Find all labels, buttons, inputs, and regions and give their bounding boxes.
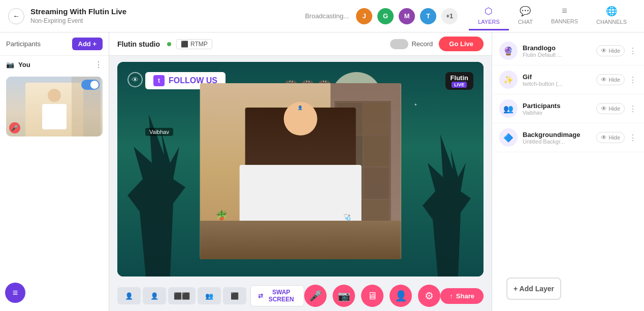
share-label: Share — [456, 292, 474, 300]
rtmp-badge: ⬛ RTMP — [176, 39, 212, 49]
broadcasting-section: Broadcasting... J G M T +1 — [305, 7, 459, 25]
main-content: Participants Add + 📷 You ⋮ — [0, 32, 644, 311]
studio-header: Flutin studio ⬛ RTMP Record Go Live — [109, 32, 492, 56]
more-btn-brandlogo[interactable]: ⋮ — [629, 46, 637, 56]
share-button[interactable]: ↑ Share — [440, 288, 484, 304]
more-btn-participants[interactable]: ⋮ — [629, 104, 637, 114]
tab-layers[interactable]: ⬡ LAYERS — [469, 2, 509, 30]
layer-sub-brandlogo: Flutin Default ... — [523, 52, 591, 58]
record-switch[interactable] — [390, 39, 408, 49]
top-tabs: ⬡ LAYERS 💬 CHAT ≡ BANNERS 🌐 CHANNELS — [469, 2, 636, 30]
mic-muted-indicator: 🎤 — [9, 122, 20, 133]
share-icon: ↑ — [449, 292, 453, 300]
eye-icon-gif: 👁 — [601, 76, 607, 83]
left-sidebar: Participants Add + 📷 You ⋮ — [0, 32, 109, 311]
layer-name-backgroundimage: Backgroundimage — [523, 131, 591, 139]
layout-btn-2[interactable]: 👤 — [143, 287, 166, 304]
tab-channels[interactable]: 🌐 CHANNELS — [587, 2, 636, 30]
layer-info-backgroundimage: Backgroundimage Untitled Backgr... — [523, 131, 591, 145]
flutin-badge-name: Flutin — [450, 74, 468, 82]
rtmp-icon: ⬛ — [181, 41, 188, 48]
header: ← Streaming With Flutin Live Non-Expirin… — [0, 0, 644, 32]
back-button[interactable]: ← — [8, 8, 24, 24]
chat-icon: 💬 — [520, 6, 531, 17]
presenter-figure: 👤 🪴 🩺 — [200, 83, 401, 259]
header-title: Streaming With Flutin Live Non-Expiring … — [30, 7, 305, 25]
settings-button[interactable]: ⚙ — [418, 285, 440, 307]
layer-item-brandlogo: 🔮 Brandlogo Flutin Default ... 👁 Hide ⋮ — [492, 37, 644, 65]
more-btn-gif[interactable]: ⋮ — [629, 75, 637, 85]
video-canvas: 🦇 🦇 🦇 ✦ ✦ ✦ 👁 t FOLLOW US Flutin LIVE — [117, 62, 484, 277]
layer-item-gif: ✨ Gif twitch-button (... 👁 Hide ⋮ — [492, 65, 644, 94]
chat-float-button[interactable]: ≡ — [5, 283, 25, 303]
add-layer-button[interactable]: + Add Layer — [506, 278, 561, 300]
layers-icon: ⬡ — [485, 6, 493, 17]
banners-icon: ≡ — [562, 6, 567, 16]
hide-btn-brandlogo[interactable]: 👁 Hide — [596, 45, 625, 56]
tab-banners-label: BANNERS — [551, 18, 578, 24]
record-toggle: Record — [390, 39, 433, 49]
layer-actions-backgroundimage: 👁 Hide ⋮ — [596, 132, 637, 143]
add-person-button[interactable]: 👤 — [390, 285, 412, 307]
avatar-4: T — [419, 7, 437, 25]
participant-info: 📷 You — [6, 61, 30, 68]
layer-icon-participants: 👥 — [499, 99, 518, 118]
go-live-button[interactable]: Go Live — [439, 37, 484, 51]
layout-btn-1[interactable]: 👤 — [117, 287, 141, 304]
participant-options-button[interactable]: ⋮ — [94, 60, 103, 70]
chat-float-icon: ≡ — [13, 288, 18, 298]
participants-header: Participants Add + — [0, 32, 109, 56]
webcam-icon: 📷 — [6, 61, 14, 68]
layer-sub-gif: twitch-button (... — [523, 81, 591, 87]
layout-btn-4[interactable]: 👥 — [198, 287, 221, 304]
layer-item-participants: 👥 Participants Vaibhav 👁 Hide ⋮ — [492, 94, 644, 123]
layout-btn-3[interactable]: ⬛⬛ — [168, 287, 196, 304]
mic-button[interactable]: 🎤 — [304, 285, 327, 307]
layer-info-participants: Participants Vaibhav — [523, 102, 591, 116]
layout-btn-5[interactable]: ⬛ — [223, 287, 246, 304]
layer-sub-backgroundimage: Untitled Backgr... — [523, 139, 591, 145]
hide-label-participants: Hide — [608, 106, 620, 112]
twitch-icon: t — [153, 75, 165, 86]
eye-icon-participants: 👁 — [601, 105, 607, 112]
broadcasting-label: Broadcasting... — [305, 12, 349, 20]
layer-actions-brandlogo: 👁 Hide ⋮ — [596, 45, 637, 56]
screen-share-button[interactable]: 🖥 — [361, 285, 383, 307]
more-btn-backgroundimage[interactable]: ⋮ — [629, 133, 637, 143]
right-panel: 🔮 Brandlogo Flutin Default ... 👁 Hide ⋮ … — [492, 32, 644, 311]
participant-video: 🎤 — [6, 77, 103, 136]
flutin-badge: Flutin LIVE — [445, 72, 473, 90]
hide-btn-gif[interactable]: 👁 Hide — [596, 74, 625, 85]
add-participant-button[interactable]: Add + — [72, 38, 103, 50]
layers-list: 🔮 Brandlogo Flutin Default ... 👁 Hide ⋮ … — [492, 32, 644, 268]
tab-channels-label: CHANNELS — [596, 19, 627, 25]
eye-icon: 👁 — [132, 76, 139, 84]
swap-screen-button[interactable]: ⇄ SWAP SCREEN — [250, 285, 304, 306]
video-toggle[interactable] — [81, 80, 100, 90]
eye-icon-backgroundimage: 👁 — [601, 134, 607, 141]
bottom-controls: 👤 👤 ⬛⬛ 👥 ⬛ ⇄ SWAP SCREEN 🎤 📷 🖥 👤 ⚙ — [109, 281, 492, 311]
studio-actions: Record Go Live — [390, 37, 484, 51]
layer-icon-backgroundimage: 🔷 — [499, 128, 518, 147]
toggle-switch[interactable] — [81, 80, 100, 90]
star-decoration-2: ✦ — [414, 102, 417, 107]
layer-icon-gif: ✨ — [499, 71, 518, 89]
hide-label-gif: Hide — [608, 77, 620, 83]
avatar-1: J — [355, 7, 373, 25]
flutin-live-badge: LIVE — [452, 82, 467, 88]
studio-name: Flutin studio — [117, 40, 160, 48]
tab-banners[interactable]: ≡ BANNERS — [542, 2, 587, 30]
stream-title: Streaming With Flutin Live — [30, 7, 305, 16]
tab-layers-label: LAYERS — [478, 19, 500, 25]
camera-button[interactable]: 📷 — [333, 285, 355, 307]
layer-actions-participants: 👁 Hide ⋮ — [596, 103, 637, 114]
layer-info-gif: Gif twitch-button (... — [523, 73, 591, 87]
layout-buttons: 👤 👤 ⬛⬛ 👥 ⬛ — [117, 287, 246, 304]
layer-sub-participants: Vaibhav — [523, 110, 591, 116]
layer-icon-brandlogo: 🔮 — [499, 42, 518, 60]
hide-btn-backgroundimage[interactable]: 👁 Hide — [596, 132, 625, 143]
hide-btn-participants[interactable]: 👁 Hide — [596, 103, 625, 114]
tab-chat-label: CHAT — [518, 19, 533, 25]
studio-info: Flutin studio ⬛ RTMP — [117, 39, 212, 49]
tab-chat[interactable]: 💬 CHAT — [509, 2, 542, 30]
